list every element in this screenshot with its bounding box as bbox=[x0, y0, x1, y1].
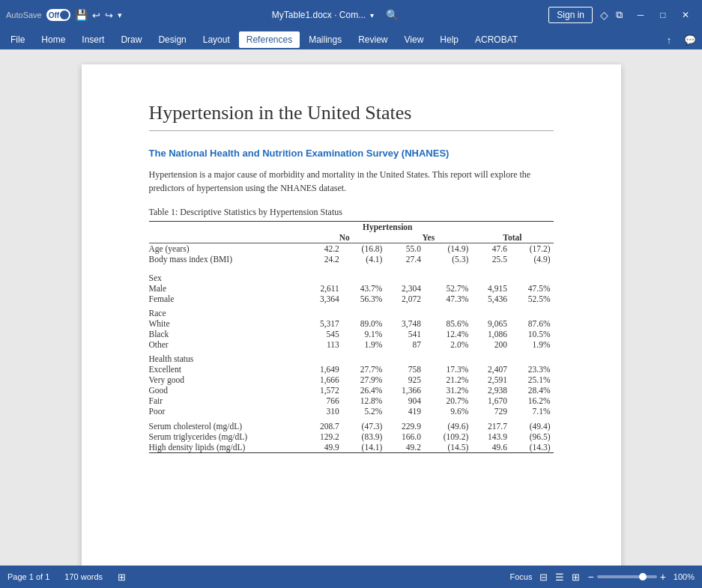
redo-icon[interactable]: ↪ bbox=[105, 10, 113, 21]
tab-layout[interactable]: Layout bbox=[196, 31, 237, 48]
cell-value: 2.0% bbox=[424, 339, 471, 350]
minimize-button[interactable]: ─ bbox=[630, 4, 651, 25]
tab-design[interactable]: Design bbox=[151, 31, 193, 48]
cell-value: 87.6% bbox=[510, 318, 554, 329]
cell-value: 9,065 bbox=[471, 318, 510, 329]
tab-draw[interactable]: Draw bbox=[113, 31, 149, 48]
cell-value: 4,915 bbox=[471, 283, 510, 294]
tab-review[interactable]: Review bbox=[351, 31, 395, 48]
cell-value: (4.1) bbox=[342, 254, 386, 264]
zoom-plus-button[interactable]: + bbox=[660, 571, 666, 583]
cell-value: 20.7% bbox=[424, 395, 471, 406]
zoom-level: 100% bbox=[674, 572, 695, 581]
ribbon: File Home Insert Draw Design Layout Refe… bbox=[0, 30, 702, 49]
tab-mailings[interactable]: Mailings bbox=[301, 31, 349, 48]
table-row: Serum triglycerides (mg/dL)129.2(83.9)16… bbox=[149, 431, 554, 442]
row-label: Serum triglycerides (mg/dL) bbox=[149, 431, 304, 442]
tab-insert[interactable]: Insert bbox=[74, 31, 112, 48]
window-controls: ─ □ ✕ bbox=[630, 4, 696, 25]
table-row: Excellent1,64927.7%75817.3%2,40723.3% bbox=[149, 364, 554, 375]
title-dropdown-icon[interactable]: ▾ bbox=[370, 11, 374, 19]
cell-value: 12.4% bbox=[424, 329, 471, 339]
cell-value: 47.6 bbox=[471, 243, 510, 255]
document-page: Hypertension in the United States The Na… bbox=[82, 64, 621, 566]
cell-value: 5,436 bbox=[471, 294, 510, 304]
diamond-icon[interactable]: ◇ bbox=[600, 9, 608, 21]
col-total-header: Total bbox=[471, 232, 553, 243]
cell-value: 2,591 bbox=[471, 375, 510, 385]
maximize-button[interactable]: □ bbox=[653, 4, 674, 25]
zoom-track[interactable] bbox=[597, 575, 657, 578]
focus-button[interactable]: Focus bbox=[510, 572, 533, 581]
zoom-minus-button[interactable]: − bbox=[587, 571, 593, 583]
share-icon[interactable]: ↑ bbox=[660, 31, 678, 49]
cell-value: 113 bbox=[303, 339, 342, 350]
cell-value: 12.8% bbox=[342, 395, 386, 406]
cell-value: (109.2) bbox=[424, 431, 471, 442]
cell-value: (4.9) bbox=[510, 254, 554, 264]
cell-value: 55.0 bbox=[385, 243, 424, 255]
cell-value: 26.4% bbox=[342, 385, 386, 395]
hypertension-header: Hypertension bbox=[303, 222, 471, 233]
cell-value: 17.3% bbox=[424, 364, 471, 375]
cell-value: 1,666 bbox=[303, 375, 342, 385]
web-view-icon[interactable]: ⊞ bbox=[572, 572, 580, 583]
layout-icon[interactable]: ⊞ bbox=[118, 572, 126, 583]
tab-references[interactable]: References bbox=[239, 31, 300, 48]
group-header-label: Race bbox=[149, 304, 554, 318]
zoom-slider: − + bbox=[587, 571, 665, 583]
comment-icon[interactable]: 💬 bbox=[681, 31, 699, 49]
cell-value: 1,649 bbox=[303, 364, 342, 375]
page-view-icon[interactable]: ⊟ bbox=[539, 572, 548, 583]
intro-paragraph: Hypertension is a major cause of morbidi… bbox=[149, 168, 554, 195]
cell-value: 28.4% bbox=[510, 385, 554, 395]
row-label: Other bbox=[149, 339, 304, 350]
cell-value: 3,364 bbox=[303, 294, 342, 304]
table-row: Race bbox=[149, 304, 554, 318]
cell-value: 7.1% bbox=[510, 406, 554, 416]
autosave-toggle[interactable]: Off bbox=[46, 9, 70, 21]
col-header-empty bbox=[149, 232, 304, 243]
cell-value: 21.2% bbox=[424, 375, 471, 385]
table-caption: Table 1: Descriptive Statistics by Hyper… bbox=[149, 207, 554, 218]
row-label: Poor bbox=[149, 406, 304, 416]
read-view-icon[interactable]: ☰ bbox=[555, 572, 564, 583]
autosave-label: AutoSave bbox=[6, 10, 42, 19]
cell-value: 2,304 bbox=[385, 283, 424, 294]
cell-value: 49.6 bbox=[471, 442, 510, 453]
row-label: Excellent bbox=[149, 364, 304, 375]
cell-value: 49.9 bbox=[303, 442, 342, 453]
cell-value: 1,670 bbox=[471, 395, 510, 406]
cell-value: 166.0 bbox=[385, 431, 424, 442]
cell-value: (14.1) bbox=[342, 442, 386, 453]
tab-help[interactable]: Help bbox=[432, 31, 466, 48]
cell-value: 42.2 bbox=[303, 243, 342, 255]
cell-value: 310 bbox=[303, 406, 342, 416]
cell-value: 27.9% bbox=[342, 375, 386, 385]
undo-icon[interactable]: ↩ bbox=[92, 10, 100, 21]
cell-value: 904 bbox=[385, 395, 424, 406]
cell-value: 49.2 bbox=[385, 442, 424, 453]
close-button[interactable]: ✕ bbox=[675, 4, 696, 25]
cell-value: 729 bbox=[471, 406, 510, 416]
sign-in-button[interactable]: Sign in bbox=[548, 7, 593, 23]
section-heading: The National Health and Nutrition Examin… bbox=[149, 148, 554, 159]
cell-value: 2,407 bbox=[471, 364, 510, 375]
title-divider bbox=[149, 130, 554, 131]
tab-file[interactable]: File bbox=[3, 31, 32, 48]
tab-view[interactable]: View bbox=[397, 31, 432, 48]
cell-value: (96.5) bbox=[510, 431, 554, 442]
customize-icon[interactable]: ▾ bbox=[118, 10, 122, 20]
cell-value: (16.8) bbox=[342, 243, 386, 255]
group-header-label: Health status bbox=[149, 350, 554, 364]
tab-acrobat[interactable]: ACROBAT bbox=[468, 31, 525, 48]
cell-value: (49.4) bbox=[510, 421, 554, 431]
cell-value: 129.2 bbox=[303, 431, 342, 442]
tab-home[interactable]: Home bbox=[34, 31, 73, 48]
cell-value: 56.3% bbox=[342, 294, 386, 304]
save-icon[interactable]: 💾 bbox=[75, 9, 88, 21]
table-row: Age (years)42.2(16.8)55.0(14.9)47.6(17.2… bbox=[149, 243, 554, 255]
restore-icon[interactable]: ⧉ bbox=[616, 9, 623, 21]
row-label: Female bbox=[149, 294, 304, 304]
search-icon[interactable]: 🔍 bbox=[386, 9, 399, 21]
